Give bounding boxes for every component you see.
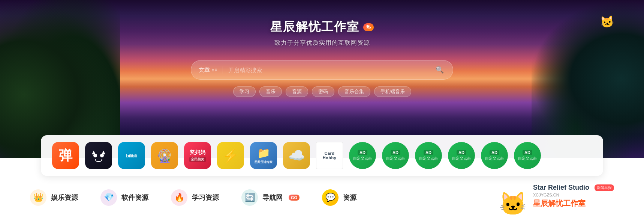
search-tag-music[interactable]: 音乐 [259,86,282,97]
app-lightning[interactable]: ⚡ [217,142,244,169]
nav-resource-icon: 💬 [322,189,338,206]
app-ad-6-icon: AD 自定义点击 [514,142,541,169]
app-jiangmama-icon: 奖妈妈 全民抽奖 [184,142,211,169]
mascot-cat: 🐱 [499,193,527,215]
app-cloud[interactable]: ☁️ [283,142,310,169]
app-lightning-icon: ⚡ [217,142,244,169]
nav-navigation-label: 导航网 [262,193,283,202]
search-tag-learning[interactable]: 学习 [233,86,256,97]
search-tag-password[interactable]: 密码 [312,86,334,97]
search-button[interactable]: 🔍 [434,64,445,76]
brand-url: XCJYGZS.CN [533,193,559,197]
search-type-label: 文章 [199,66,210,74]
nav-navigation[interactable]: 🔄 导航网 GO [241,189,300,206]
search-tag-mobile-music[interactable]: 手机端音乐 [374,86,411,97]
search-input[interactable] [228,67,434,73]
nav-entertainment[interactable]: 👑 娱乐资源 [30,189,78,206]
app-ad-3[interactable]: AD 自定义点击 [415,142,442,169]
brand-name-cn: 星辰解忧工作室 [533,198,586,208]
site-title: 星辰解忧工作室 [270,19,359,35]
app-dan[interactable]: 弹 [52,142,79,169]
app-bilibili-mascot-icon [85,142,112,169]
app-bilibili-mascot[interactable] [85,142,112,169]
app-compress[interactable]: 📁 图片压缩专家 [250,142,277,169]
app-ad-1[interactable]: AD 自定义点击 [349,142,376,169]
app-ad-5[interactable]: AD 自定义点击 [481,142,508,169]
apps-bar: 弹 bilibili 🎡 [41,135,603,176]
nav-learning[interactable]: 🔥 学习资源 [171,189,219,206]
hero-content: 星辰解忧工作室 热 致力于分享优质实用的互联网资源 文章 ⬆⬇ 🔍 学习 音乐 … [0,0,644,158]
search-container: 文章 ⬆⬇ 🔍 学习 音乐 音源 密码 音乐合集 手机端音乐 [191,60,453,97]
nav-entertainment-label: 娱乐资源 [51,193,78,202]
app-dan-icon: 弹 [52,142,79,169]
app-ad-2-icon: AD 自定义点击 [382,142,409,169]
app-ad-3-icon: AD 自定义点击 [415,142,442,169]
app-bilibili-icon: bilibili [118,142,145,169]
nav-software-icon: 💎 [100,189,117,206]
app-card-hobby-icon: Card Hobby [316,142,343,169]
search-tag-music-collection[interactable]: 音乐合集 [338,86,370,97]
bottom-nav: 👑 娱乐资源 💎 软件资源 🔥 学习资源 🔄 导航网 GO 💬 资源 🐱 Sta… [0,176,644,219]
app-compress-icon: 📁 图片压缩专家 [250,142,277,169]
search-tags: 学习 音乐 音源 密码 音乐合集 手机端音乐 [233,86,411,97]
search-tag-sound[interactable]: 音源 [286,86,308,97]
nav-navigation-icon: 🔄 [241,189,258,206]
nav-software[interactable]: 💎 软件资源 [100,189,148,206]
site-subtitle: 致力于分享优质实用的互联网资源 [274,39,370,47]
site-title-row: 星辰解忧工作室 热 [270,19,374,35]
app-ad-4[interactable]: AD 自定义点击 [448,142,475,169]
nav-software-label: 软件资源 [121,193,148,202]
nav-learning-label: 学习资源 [192,193,219,202]
hanging-cat-decoration: 🐱 [600,14,615,29]
nav-entertainment-icon: 👑 [30,189,46,206]
app-card-hobby[interactable]: Card Hobby [316,142,343,169]
app-ad-1-icon: AD 自定义点击 [349,142,376,169]
mascot-brand-area: 🐱 Star Relief Studio 新闻早报 XCJYGZS.CN 星辰解… [499,184,614,211]
app-lottery[interactable]: 🎡 [151,142,178,169]
app-ad-5-icon: AD 自定义点击 [481,142,508,169]
search-type-selector[interactable]: 文章 ⬆⬇ [199,66,223,74]
search-bar: 文章 ⬆⬇ 🔍 [191,60,453,80]
go-badge: GO [289,195,300,201]
nav-resource[interactable]: 💬 资源 [322,189,356,206]
chevron-down-icon: ⬆⬇ [211,68,217,72]
app-ad-4-icon: AD 自定义点击 [448,142,475,169]
app-ad-6[interactable]: AD 自定义点击 [514,142,541,169]
hot-badge: 热 [363,23,374,31]
app-cloud-icon: ☁️ [283,142,310,169]
app-bilibili[interactable]: bilibili [118,142,145,169]
nav-resource-label: 资源 [343,193,356,202]
brand-name-en: Star Relief Studio [533,184,589,192]
app-ad-2[interactable]: AD 自定义点击 [382,142,409,169]
brand-info: Star Relief Studio 新闻早报 XCJYGZS.CN 星辰解忧工… [533,184,614,211]
news-badge: 新闻早报 [595,184,614,191]
nav-learning-icon: 🔥 [171,189,187,206]
app-lottery-icon: 🎡 [151,142,178,169]
app-jiangmama[interactable]: 奖妈妈 全民抽奖 [184,142,211,169]
